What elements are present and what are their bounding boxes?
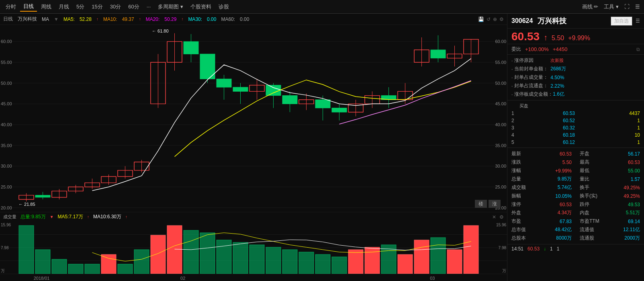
save-icon[interactable]: 💾 <box>478 16 484 22</box>
price-change-pct: +9.99% <box>568 35 590 42</box>
volume-header: 成交量 总量:9.85万 ▼ MA5:7.17万 ↑ MA10:6.30万 ↑ … <box>0 212 507 222</box>
current-price: 60.53 <box>511 30 540 43</box>
price-change: 5.50 <box>552 35 564 42</box>
ob-row-2: 2 60.52 1 <box>507 117 644 124</box>
ts-vol1: 1 <box>550 246 553 252</box>
nav-30min[interactable]: 30分 <box>107 2 124 11</box>
stat-pe-ttm: 市盈TTM 69.14 <box>576 217 644 226</box>
vol-icons: ✕ ⚙ <box>492 214 504 220</box>
stock-code: 300624 <box>511 17 533 25</box>
nav-diagnose[interactable]: 诊股 <box>215 2 232 11</box>
date-labels <box>0 274 507 281</box>
stat-low: 最低 55.00 <box>576 166 644 175</box>
nav-more[interactable]: ··· <box>143 3 154 10</box>
stat-total-shares: 总股本 8000万 <box>507 234 576 242</box>
stat-turnover-real: 换手(实) 49.25% <box>576 192 644 200</box>
ob-row-4: 4 60.18 10 <box>507 131 644 139</box>
indicator-bar: 日线 万兴科技 MA ▼ MA5: 52.28 ↑ MA10: 49.37 ↑ … <box>0 14 507 25</box>
nav-60min[interactable]: 60分 <box>125 2 142 11</box>
ob-row-5: 5 60.12 1 <box>507 139 644 146</box>
nav-fenshi[interactable]: 分时 <box>2 2 19 11</box>
main-chart[interactable] <box>0 25 507 212</box>
stat-change-pct: 涨幅 +9.99% <box>507 166 576 175</box>
stock-header: 300624 万兴科技 加自选 ☰ <box>507 14 644 29</box>
stock-menu-icon[interactable]: ☰ <box>636 18 640 24</box>
info-seal-float-key: 封单占流通盘： <box>514 82 550 89</box>
ind-ma10-value: 49.37 <box>122 16 134 22</box>
ind-type: 日线 <box>3 16 13 23</box>
chart-area: 日线 万兴科技 MA ▼ MA5: 52.28 ↑ MA10: 49.37 ↑ … <box>0 14 507 281</box>
stat-limit-up: 涨停 60.53 <box>507 200 576 209</box>
nav-items: 分时 日线 周线 月线 5分 15分 30分 60分 ··· 多周期图 ▾ 个股… <box>2 2 581 12</box>
nav-stock-info[interactable]: 个股资料 <box>187 2 215 11</box>
stat-high: 最高 60.53 <box>576 158 644 166</box>
vol-settings-icon[interactable]: ⚙ <box>499 214 504 220</box>
stat-turnover: 换手 49.25% <box>576 183 644 192</box>
info-seal-vol-row: · 封单占成交量： 4.50% <box>511 73 640 82</box>
info-seal-float-row: · 封单占流通盘： 2.22% <box>511 82 640 90</box>
refresh-icon[interactable]: ↺ <box>487 16 491 22</box>
settings-icon[interactable]: ☰ <box>634 3 642 10</box>
webi-num: +4450 <box>553 46 568 52</box>
stat-amplitude: 振幅 10.05% <box>507 192 576 200</box>
nav-5min[interactable]: 5分 <box>73 2 88 11</box>
stat-total-vol: 总量 9.85万 <box>507 175 576 183</box>
ind-ma60-label: MA60: <box>221 16 235 22</box>
nav-multiperiod[interactable]: 多周期图 ▾ <box>155 2 186 11</box>
tools-btn[interactable]: 工具 ▾ <box>602 2 620 11</box>
volume-chart[interactable] <box>0 222 507 274</box>
ind-ma10-arrow: ↑ <box>139 17 141 21</box>
nav-15min[interactable]: 15分 <box>88 2 106 11</box>
info-limitup-amt-key: 涨停板成交金额： <box>514 91 553 98</box>
vol-label: 成交量 <box>3 214 16 220</box>
ind-ma60-value: 0.00 <box>240 16 249 22</box>
stat-latest: 最新 60.53 <box>507 150 576 158</box>
chart-tool-icons: 💾 ↺ ⊕ ⚙ <box>478 16 504 22</box>
info-reason-tag[interactable]: 次新股 <box>550 57 564 64</box>
draw-line-btn[interactable]: 画线 ✏ <box>581 2 600 11</box>
stat-change: 涨跌 5.50 <box>507 158 576 166</box>
stat-vol-ratio: 量比 1.57 <box>576 175 644 183</box>
ind-ma5-arrow: ↑ <box>96 17 98 21</box>
stat-pe: 市盈 67.83 <box>507 217 576 226</box>
webi-copy-icon[interactable]: ⧉ <box>636 47 640 52</box>
info-limitup-amt-row: · 涨停板成交金额： 1.6亿 <box>511 90 640 98</box>
info-reason-key: 涨停原因 <box>514 57 550 64</box>
nav-daily[interactable]: 日线 <box>20 2 37 12</box>
info-section: · 涨停原因 次新股 · 当前封单金额： 2686万 · 封单占成交量： 4.5… <box>507 55 644 101</box>
ind-ma20-value: 50.29 <box>164 16 176 22</box>
vol-close-icon[interactable]: ✕ <box>492 214 496 220</box>
stat-float-cap: 流通值 12.11亿 <box>576 226 644 234</box>
nav-weekly[interactable]: 周线 <box>38 2 55 11</box>
stat-limit-down: 跌停 49.53 <box>576 200 644 209</box>
vol-total: 总量:9.85万 <box>20 213 46 220</box>
chart-settings-icon[interactable]: ⚙ <box>499 16 504 22</box>
info-reason-row: · 涨停原因 次新股 <box>511 56 640 65</box>
stat-inner-vol: 内盘 5.51万 <box>576 209 644 217</box>
ind-ma10-label: MA10: <box>103 16 117 22</box>
timestamp-row: 14:51 60.53 ↓ 1 1 <box>507 244 644 253</box>
nav-right-tools: 画线 ✏ 工具 ▾ ⛶ ☰ <box>581 2 642 11</box>
add-watchlist-btn[interactable]: 加自选 <box>611 16 632 26</box>
fullscreen-btn[interactable]: ⛶ <box>623 3 631 10</box>
ind-ma-type[interactable]: MA <box>42 16 49 22</box>
info-seal-amt-row: · 当前封单金额： 2686万 <box>511 65 640 73</box>
stat-float-shares: 流通股 2000万 <box>576 234 644 242</box>
order-book: 买盘 1 60.53 4437 2 60.52 1 3 60.32 1 <box>507 101 644 148</box>
ind-ma5-value: 52.28 <box>80 16 92 22</box>
ts-price: 60.53 <box>527 246 540 252</box>
ob-side-label: 买盘 <box>519 103 532 109</box>
price-direction-icon: ↑ <box>544 33 548 42</box>
ts-arrow-icon: ↓ <box>544 246 546 252</box>
top-nav: 分时 日线 周线 月线 5分 15分 30分 60分 ··· 多周期图 ▾ 个股… <box>0 0 644 14</box>
info-seal-amt-key: 当前封单金额： <box>514 66 550 72</box>
vol-ma10: MA10:6.30万 <box>93 213 121 220</box>
price-row: 60.53 ↑ 5.50 +9.99% <box>507 29 644 44</box>
add-icon[interactable]: ⊕ <box>493 16 497 22</box>
info-seal-vol-val: 4.50% <box>550 75 564 80</box>
ind-ma30-value: 0.00 <box>207 16 216 22</box>
nav-monthly[interactable]: 月线 <box>55 2 72 11</box>
stat-total-cap: 总市值 48.42亿 <box>507 226 576 234</box>
stat-amount: 成交额 5.74亿 <box>507 183 576 192</box>
ind-ma5-label: MA5: <box>63 16 75 22</box>
